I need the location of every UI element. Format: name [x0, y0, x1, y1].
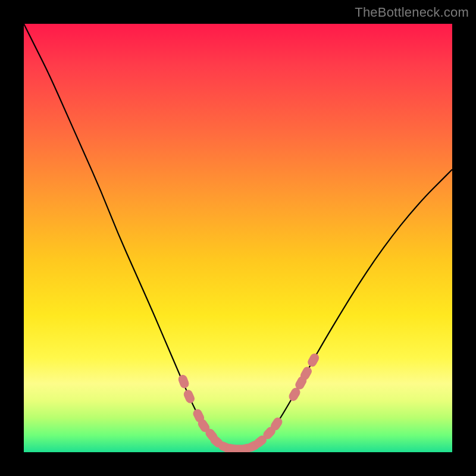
bottleneck-curve: [24, 24, 452, 449]
curve-marker: [183, 389, 196, 405]
curve-marker: [306, 352, 320, 368]
chart-frame: TheBottleneck.com: [0, 0, 476, 476]
markers-group: [177, 352, 320, 452]
watermark-text: TheBottleneck.com: [355, 5, 469, 20]
curve-svg: [24, 24, 452, 452]
plot-area: [24, 24, 452, 452]
curve-marker: [177, 374, 190, 389]
